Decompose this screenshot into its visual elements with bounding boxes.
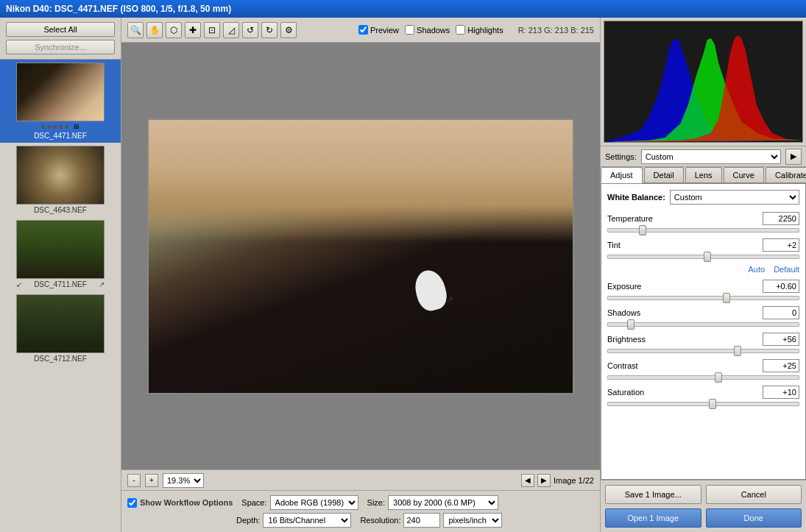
highlights-checkbox-label[interactable]: Highlights [456,25,503,35]
exposure-track[interactable] [607,296,799,300]
shadows-track[interactable] [607,322,799,327]
filmstrip-item-3[interactable]: ↙ DSC_4711.NEF ↗ [0,217,121,291]
auto-button[interactable]: Auto [749,265,766,274]
show-workflow-label: Show Workflow Options [140,498,233,507]
tint-track[interactable] [607,255,799,259]
brightness-value[interactable] [763,333,799,346]
brightness-thumb[interactable] [734,346,741,356]
color-sampler-button[interactable]: ✚ [185,22,201,38]
saturation-label: Saturation [607,388,644,397]
filmstrip-item-2[interactable]: DSC_4643.NEF [0,143,121,217]
select-all-button[interactable]: Select All [6,22,115,37]
thumb-label-4: DSC_4712.NEF [34,355,87,363]
image-count: Image 1/22 [554,476,594,485]
saturation-value[interactable] [763,386,799,399]
tab-adjust[interactable]: Adjust [601,167,643,183]
straighten-tool-button[interactable]: ◿ [223,22,239,38]
image-nav: ◀ ▶ Image 1/22 [521,474,594,487]
done-button[interactable]: Done [706,508,802,528]
brightness-row: Brightness [607,333,799,353]
rotate-cw-button[interactable]: ↻ [261,22,277,38]
settings-arrow-button[interactable]: ▶ [785,149,802,165]
exposure-label: Exposure [607,282,641,291]
space-select[interactable]: Adobe RGB (1998) [270,495,358,510]
contrast-label: Contrast [607,361,638,370]
preview-checkbox[interactable] [358,25,368,35]
center-area: 🔍 ✋ ⬡ ✚ ⊡ ◿ ↺ ↻ ⚙ Preview Shadows H [121,18,600,532]
brightness-track[interactable] [607,349,799,353]
rotate-ccw-button[interactable]: ↺ [242,22,258,38]
tint-value[interactable] [763,238,799,252]
temperature-track[interactable] [607,228,799,233]
saturation-track[interactable] [607,402,799,406]
save-image-button[interactable]: Save 1 Image... [605,485,701,504]
zoom-tool-button[interactable]: 🔍 [127,22,144,38]
resolution-input[interactable] [403,513,440,528]
highlights-label: Highlights [467,26,503,35]
zoom-select[interactable]: 19.3% [163,473,204,488]
highlights-checkbox[interactable] [456,25,465,35]
filmstrip-panel: Select All Synchronize... ⊞ DSC_4471.NEF [0,18,121,532]
settings-row: Settings: Custom ▶ [601,146,806,167]
contrast-value[interactable] [763,359,799,372]
size-field: Size: 3008 by 2000 (6.0 MP) [367,495,498,510]
crop-tool-button[interactable]: ⊡ [204,22,220,38]
exposure-thumb[interactable] [723,293,730,303]
exposure-row: Exposure [607,280,799,300]
prev-image-button[interactable]: ◀ [521,474,534,487]
saturation-thumb[interactable] [709,399,716,409]
tab-calibrate[interactable]: Calibrate [766,167,806,182]
default-button[interactable]: Default [774,265,799,274]
thumb-rating-1: ⊞ [16,123,105,130]
tab-curve[interactable]: Curve [724,167,764,182]
workflow-checkbox-label[interactable]: Show Workflow Options [127,498,233,508]
temperature-value[interactable] [763,212,799,225]
tab-detail[interactable]: Detail [644,167,684,182]
title-bar: Nikon D40: DSC_4471.NEF (ISO 800, 1/5, f… [0,0,806,18]
shadows-checkbox[interactable] [405,25,414,35]
depth-select[interactable]: 16 Bits/Channel [263,513,351,528]
zoom-in-button[interactable]: + [145,474,158,487]
zoom-out-button[interactable]: - [127,474,141,487]
open-image-button[interactable]: Open 1 Image [605,508,701,528]
exposure-value[interactable] [763,280,799,293]
toolbar: 🔍 ✋ ⬡ ✚ ⊡ ◿ ↺ ↻ ⚙ Preview Shadows H [121,18,600,43]
temperature-row: Temperature [607,212,799,233]
brightness-label: Brightness [607,335,646,344]
preferences-button[interactable]: ⚙ [280,22,297,38]
thumbnail-2 [16,146,105,205]
toolbar-right: Preview Shadows Highlights R: 213 G: 213… [358,25,594,35]
histogram-area [601,18,806,146]
contrast-track[interactable] [607,375,799,380]
filmstrip-scroll[interactable]: ⊞ DSC_4471.NEF DSC_4643.NEF [0,60,121,366]
tab-lens[interactable]: Lens [685,167,722,182]
wb-label: White Balance: [607,193,665,202]
settings-label: Settings: [605,152,637,161]
right-bottom-buttons: Save 1 Image... Cancel Open 1 Image Done [601,480,806,532]
space-label: Space: [241,498,266,507]
cancel-button[interactable]: Cancel [706,485,802,504]
thumb-label-3: DSC_4711.NEF [34,280,87,288]
temperature-thumb[interactable] [639,225,646,235]
settings-select[interactable]: Custom [641,149,781,164]
hand-tool-button[interactable]: ✋ [146,22,163,38]
shadows-value[interactable] [763,306,799,319]
white-balance-tool-button[interactable]: ⬡ [166,22,182,38]
shadows-thumb[interactable] [627,319,634,330]
next-image-button[interactable]: ▶ [537,474,551,487]
thumb-icon-right-3: ↗ [99,280,105,288]
filmstrip-item-1[interactable]: ⊞ DSC_4471.NEF [0,60,121,143]
filmstrip-item-4[interactable]: DSC_4712.NEF [0,291,121,366]
size-select[interactable]: 3008 by 2000 (6.0 MP) [388,495,498,510]
wb-select[interactable]: Custom [670,190,799,205]
resolution-unit-select[interactable]: pixels/inch [443,513,502,528]
workflow-checkbox[interactable] [127,498,137,508]
preview-checkbox-label[interactable]: Preview [358,25,399,35]
title-text: Nikon D40: DSC_4471.NEF (ISO 800, 1/5, f… [6,4,231,14]
shadows-checkbox-label[interactable]: Shadows [405,25,450,35]
synchronize-button[interactable]: Synchronize... [6,40,115,54]
tint-thumb[interactable] [704,252,711,262]
saturation-row: Saturation [607,386,799,406]
depth-label: Depth: [236,516,260,525]
contrast-thumb[interactable] [715,372,722,383]
